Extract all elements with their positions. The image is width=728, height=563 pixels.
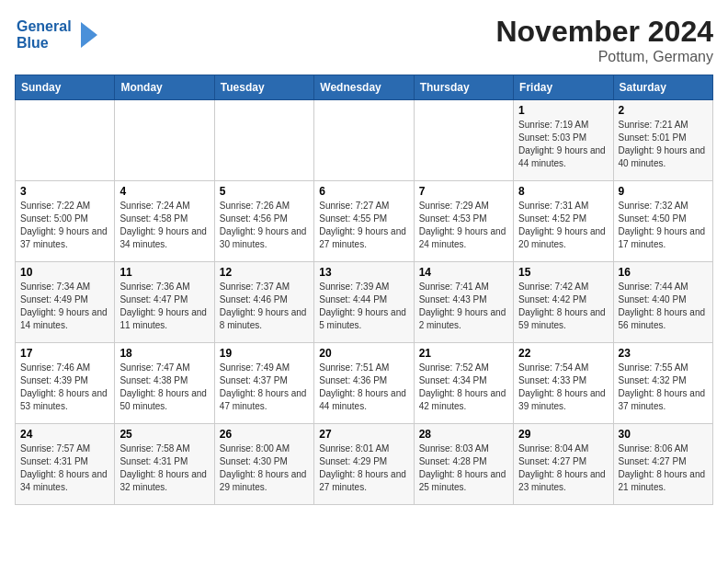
calendar-cell: 16Sunrise: 7:44 AM Sunset: 4:40 PM Dayli… [613,262,712,343]
col-sunday: Sunday [16,75,115,100]
day-info: Sunrise: 7:44 AM Sunset: 4:40 PM Dayligh… [619,281,708,332]
calendar-week-row: 17Sunrise: 7:46 AM Sunset: 4:39 PM Dayli… [16,343,713,424]
calendar-cell: 9Sunrise: 7:32 AM Sunset: 4:50 PM Daylig… [613,181,712,262]
calendar-cell: 28Sunrise: 8:03 AM Sunset: 4:28 PM Dayli… [414,424,513,505]
day-info: Sunrise: 7:27 AM Sunset: 4:55 PM Dayligh… [319,200,408,251]
day-number: 11 [119,266,209,279]
day-info: Sunrise: 7:55 AM Sunset: 4:32 PM Dayligh… [619,362,708,413]
calendar-cell [314,100,414,181]
day-info: Sunrise: 7:34 AM Sunset: 4:49 PM Dayligh… [20,281,109,332]
day-number: 4 [119,185,209,198]
day-info: Sunrise: 8:06 AM Sunset: 4:27 PM Dayligh… [619,442,708,494]
col-monday: Monday [115,75,214,100]
calendar-week-row: 1Sunrise: 7:19 AM Sunset: 5:03 PM Daylig… [16,100,713,181]
calendar-table: Sunday Monday Tuesday Wednesday Thursday… [15,75,713,505]
calendar-cell: 2Sunrise: 7:21 AM Sunset: 5:01 PM Daylig… [613,100,712,181]
day-number: 3 [20,185,109,198]
title-block: November 2024 Pottum, Germany [495,15,713,65]
calendar-cell: 11Sunrise: 7:36 AM Sunset: 4:47 PM Dayli… [115,262,214,343]
calendar-cell: 15Sunrise: 7:42 AM Sunset: 4:42 PM Dayli… [514,262,613,343]
day-number: 22 [518,347,608,360]
calendar-cell: 20Sunrise: 7:51 AM Sunset: 4:36 PM Dayli… [314,343,414,424]
day-info: Sunrise: 7:49 AM Sunset: 4:37 PM Dayligh… [220,362,309,413]
day-info: Sunrise: 7:47 AM Sunset: 4:38 PM Dayligh… [119,362,209,413]
calendar-cell: 27Sunrise: 8:01 AM Sunset: 4:29 PM Dayli… [314,424,414,505]
calendar-cell [115,100,214,181]
day-number: 27 [319,428,408,441]
day-number: 2 [619,104,708,117]
day-number: 29 [518,428,608,441]
calendar-cell: 8Sunrise: 7:31 AM Sunset: 4:52 PM Daylig… [514,181,613,262]
day-info: Sunrise: 7:51 AM Sunset: 4:36 PM Dayligh… [319,362,408,413]
calendar-cell: 30Sunrise: 8:06 AM Sunset: 4:27 PM Dayli… [613,424,712,505]
calendar-cell: 13Sunrise: 7:39 AM Sunset: 4:44 PM Dayli… [314,262,414,343]
calendar-cell: 19Sunrise: 7:49 AM Sunset: 4:37 PM Dayli… [214,343,313,424]
day-number: 20 [319,347,408,360]
calendar-cell [414,100,513,181]
calendar-cell: 7Sunrise: 7:29 AM Sunset: 4:53 PM Daylig… [414,181,513,262]
day-info: Sunrise: 7:54 AM Sunset: 4:33 PM Dayligh… [518,362,608,413]
day-number: 1 [518,104,608,117]
logo: General Blue [15,15,116,59]
day-info: Sunrise: 7:58 AM Sunset: 4:31 PM Dayligh… [119,442,209,494]
calendar-cell: 12Sunrise: 7:37 AM Sunset: 4:46 PM Dayli… [214,262,313,343]
calendar-cell [214,100,313,181]
col-saturday: Saturday [613,75,712,100]
day-info: Sunrise: 7:52 AM Sunset: 4:34 PM Dayligh… [419,362,508,413]
calendar-cell: 17Sunrise: 7:46 AM Sunset: 4:39 PM Dayli… [16,343,115,424]
day-info: Sunrise: 7:37 AM Sunset: 4:46 PM Dayligh… [220,281,309,332]
day-info: Sunrise: 7:22 AM Sunset: 5:00 PM Dayligh… [20,200,109,251]
col-friday: Friday [514,75,613,100]
day-info: Sunrise: 8:00 AM Sunset: 4:30 PM Dayligh… [220,442,309,494]
day-info: Sunrise: 7:21 AM Sunset: 5:01 PM Dayligh… [619,119,708,170]
day-info: Sunrise: 7:29 AM Sunset: 4:53 PM Dayligh… [419,200,508,251]
day-info: Sunrise: 8:04 AM Sunset: 4:27 PM Dayligh… [518,442,608,494]
calendar-cell: 3Sunrise: 7:22 AM Sunset: 5:00 PM Daylig… [16,181,115,262]
page-header: General Blue November 2024 Pottum, Germa… [15,15,713,65]
day-number: 24 [20,428,109,441]
calendar-cell: 26Sunrise: 8:00 AM Sunset: 4:30 PM Dayli… [214,424,313,505]
calendar-cell: 29Sunrise: 8:04 AM Sunset: 4:27 PM Dayli… [514,424,613,505]
day-number: 28 [419,428,508,441]
col-wednesday: Wednesday [314,75,414,100]
day-number: 23 [619,347,708,360]
svg-marker-2 [81,22,97,48]
calendar-cell: 21Sunrise: 7:52 AM Sunset: 4:34 PM Dayli… [414,343,513,424]
day-number: 26 [220,428,309,441]
calendar-week-row: 24Sunrise: 7:57 AM Sunset: 4:31 PM Dayli… [16,424,713,505]
page-subtitle: Pottum, Germany [495,49,713,65]
calendar-cell: 5Sunrise: 7:26 AM Sunset: 4:56 PM Daylig… [214,181,313,262]
day-number: 19 [220,347,309,360]
day-number: 8 [518,185,608,198]
day-number: 16 [619,266,708,279]
calendar-cell: 25Sunrise: 7:58 AM Sunset: 4:31 PM Dayli… [115,424,214,505]
day-number: 5 [220,185,309,198]
day-number: 14 [419,266,508,279]
page-title: November 2024 [495,15,713,49]
col-tuesday: Tuesday [214,75,313,100]
day-number: 9 [619,185,708,198]
calendar-cell [16,100,115,181]
calendar-cell: 4Sunrise: 7:24 AM Sunset: 4:58 PM Daylig… [115,181,214,262]
day-info: Sunrise: 7:39 AM Sunset: 4:44 PM Dayligh… [319,281,408,332]
day-info: Sunrise: 8:03 AM Sunset: 4:28 PM Dayligh… [419,442,508,494]
day-info: Sunrise: 7:24 AM Sunset: 4:58 PM Dayligh… [119,200,209,251]
calendar-cell: 10Sunrise: 7:34 AM Sunset: 4:49 PM Dayli… [16,262,115,343]
day-number: 25 [119,428,209,441]
calendar-week-row: 3Sunrise: 7:22 AM Sunset: 5:00 PM Daylig… [16,181,713,262]
day-number: 10 [20,266,109,279]
day-info: Sunrise: 7:19 AM Sunset: 5:03 PM Dayligh… [518,119,608,170]
day-info: Sunrise: 7:26 AM Sunset: 4:56 PM Dayligh… [220,200,309,251]
day-info: Sunrise: 7:32 AM Sunset: 4:50 PM Dayligh… [619,200,708,251]
calendar-header-row: Sunday Monday Tuesday Wednesday Thursday… [16,75,713,100]
day-number: 18 [119,347,209,360]
day-number: 7 [419,185,508,198]
day-number: 6 [319,185,408,198]
day-info: Sunrise: 8:01 AM Sunset: 4:29 PM Dayligh… [319,442,408,494]
svg-text:General: General [17,18,72,34]
logo-text-block: General Blue [15,15,116,59]
day-info: Sunrise: 7:41 AM Sunset: 4:43 PM Dayligh… [419,281,508,332]
calendar-cell: 18Sunrise: 7:47 AM Sunset: 4:38 PM Dayli… [115,343,214,424]
day-info: Sunrise: 7:42 AM Sunset: 4:42 PM Dayligh… [518,281,608,332]
calendar-cell: 24Sunrise: 7:57 AM Sunset: 4:31 PM Dayli… [16,424,115,505]
